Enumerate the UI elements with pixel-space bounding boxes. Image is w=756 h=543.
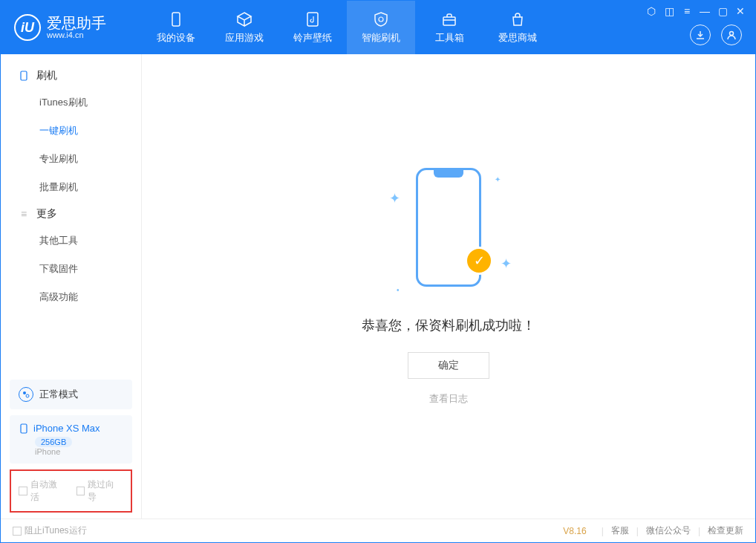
svg-point-6 (26, 394, 29, 397)
app-title: 爱思助手 (47, 16, 106, 30)
tab-label: 我的设备 (157, 31, 195, 45)
ok-button[interactable]: 确定 (408, 352, 489, 379)
success-illustration: ✓ ✦ ✦ • ✦ (374, 168, 523, 302)
music-file-icon (304, 10, 322, 28)
svg-rect-7 (21, 424, 27, 433)
phone-icon (167, 10, 185, 28)
cube-icon (235, 10, 253, 28)
account-button[interactable] (721, 25, 742, 45)
tab-label: 应用游戏 (225, 31, 264, 45)
toolbox-icon (440, 10, 458, 28)
tab-label: 工具箱 (435, 31, 464, 45)
success-message: 恭喜您，保资料刷机成功啦！ (362, 316, 535, 334)
svg-rect-2 (443, 17, 455, 25)
view-log-link[interactable]: 查看日志 (429, 392, 468, 406)
status-bar: 阻止iTunes运行 V8.16 | 客服 | 微信公众号 | 检查更新 (1, 518, 755, 542)
device-icon (19, 423, 29, 434)
tab-label: 爱思商城 (498, 31, 537, 45)
download-button[interactable] (690, 25, 711, 45)
sparkle-icon: ✦ (495, 175, 501, 183)
tab-my-device[interactable]: 我的设备 (142, 1, 210, 54)
tab-toolbox[interactable]: 工具箱 (415, 1, 483, 54)
phone-small-icon (17, 69, 30, 82)
sidebar: 刷机 iTunes刷机 一键刷机 专业刷机 批量刷机 ≡ 更多 其他工具 下载固… (1, 54, 142, 518)
menu-icon[interactable]: ≡ (681, 5, 693, 17)
maximize-button[interactable]: ▢ (717, 5, 729, 17)
window-controls: ⬡ ◫ ≡ — ▢ ✕ (645, 5, 746, 17)
app-subtitle: www.i4.cn (47, 30, 106, 39)
tab-store[interactable]: 爱思商城 (483, 1, 552, 54)
skin-icon[interactable]: ◫ (663, 5, 675, 17)
close-button[interactable]: ✕ (734, 5, 746, 17)
auto-activate-checkbox[interactable]: 自动激活 (19, 478, 66, 504)
main-content: ✓ ✦ ✦ • ✦ 恭喜您，保资料刷机成功啦！ 确定 查看日志 (142, 54, 755, 518)
shield-sync-icon (372, 10, 390, 28)
tab-label: 智能刷机 (362, 31, 400, 45)
tab-ringtone[interactable]: 铃声壁纸 (278, 1, 347, 54)
sparkle-icon: ✦ (389, 190, 400, 207)
mode-icon (19, 387, 33, 402)
mode-card[interactable]: 正常模式 (10, 380, 132, 409)
device-name-label: iPhone XS Max (33, 423, 100, 434)
main-tabs: 我的设备 应用游戏 铃声壁纸 智能刷机 工具箱 爱思商城 (142, 1, 552, 54)
sparkle-icon: ✦ (501, 256, 512, 272)
sidebar-item-pro-flash[interactable]: 专业刷机 (1, 145, 141, 173)
sidebar-item-batch-flash[interactable]: 批量刷机 (1, 173, 141, 201)
device-type-label: iPhone (35, 447, 123, 456)
device-card[interactable]: iPhone XS Max 256GB iPhone (10, 415, 132, 464)
device-capacity-badge: 256GB (35, 437, 72, 447)
sidebar-section-more: ≡ 更多 (1, 201, 141, 227)
sidebar-section-flash: 刷机 (1, 63, 141, 88)
sidebar-item-advanced[interactable]: 高级功能 (1, 283, 141, 311)
feedback-icon[interactable]: ⬡ (645, 5, 657, 17)
sidebar-item-other-tools[interactable]: 其他工具 (1, 227, 141, 255)
sparkle-icon: • (397, 286, 400, 294)
wechat-link[interactable]: 微信公众号 (646, 524, 691, 537)
svg-rect-0 (172, 13, 180, 26)
svg-rect-1 (307, 13, 318, 26)
svg-point-5 (23, 391, 26, 394)
svg-rect-4 (21, 71, 27, 80)
version-label: V8.16 (563, 526, 586, 536)
sidebar-item-download-firmware[interactable]: 下载固件 (1, 255, 141, 283)
check-update-link[interactable]: 检查更新 (708, 524, 743, 537)
logo-area: iU 爱思助手 www.i4.cn (1, 14, 142, 41)
tab-apps[interactable]: 应用游戏 (210, 1, 278, 54)
app-logo-icon: iU (14, 14, 41, 41)
tab-flash[interactable]: 智能刷机 (347, 1, 415, 54)
sidebar-item-oneclick-flash[interactable]: 一键刷机 (1, 117, 141, 145)
skip-guide-checkbox[interactable]: 跳过向导 (76, 478, 124, 504)
minimize-button[interactable]: — (699, 5, 711, 17)
bag-icon (509, 10, 527, 28)
svg-point-3 (730, 32, 734, 36)
tab-label: 铃声壁纸 (293, 31, 332, 45)
list-icon: ≡ (17, 207, 30, 221)
block-itunes-checkbox[interactable]: 阻止iTunes运行 (13, 524, 87, 537)
title-bar: iU 爱思助手 www.i4.cn 我的设备 应用游戏 铃声壁纸 智能刷机 工具… (1, 1, 755, 54)
flash-options-row: 自动激活 跳过向导 (10, 469, 132, 513)
mode-label: 正常模式 (39, 388, 78, 401)
sidebar-item-itunes-flash[interactable]: iTunes刷机 (1, 88, 141, 117)
check-badge-icon: ✓ (465, 247, 493, 275)
support-link[interactable]: 客服 (611, 524, 629, 537)
